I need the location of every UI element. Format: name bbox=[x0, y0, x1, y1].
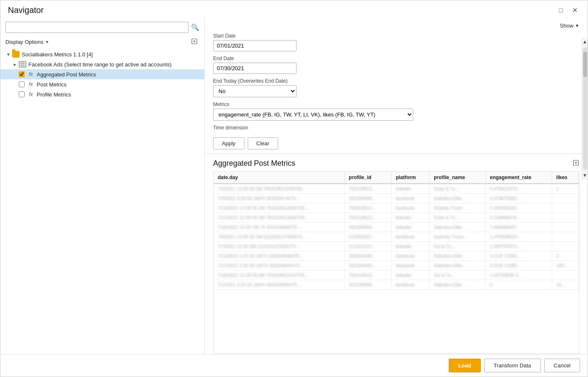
table-row: 7/25/2021 13:00 1M 74 302334046479...302… bbox=[214, 223, 579, 232]
col-header-profile-name: profile_name bbox=[430, 172, 485, 184]
fx-icon-profile: fx bbox=[27, 91, 35, 98]
show-label: Show bbox=[560, 23, 574, 29]
expand-icon-facebook-ads: ► bbox=[12, 61, 18, 67]
table-cell: 0 bbox=[485, 280, 552, 290]
table-cell: 7/5/2021 13:05 00 2M 513310137025676... bbox=[214, 232, 344, 242]
right-panel: Show ▼ Start Date End Date End Today (Ov… bbox=[205, 18, 588, 354]
expand-icon-socialbakers: ▼ bbox=[5, 51, 11, 57]
scroll-down-button[interactable]: ▼ bbox=[582, 171, 588, 180]
table-cell: 513310137... bbox=[344, 232, 392, 242]
tree-item-socialbakers[interactable]: ▼ Socialbakers Metrics 1.1.0 [4] bbox=[0, 49, 204, 59]
table-row: 7/13/2021 12:00 00 2M 781519513240706...… bbox=[214, 213, 579, 223]
search-bar: 🔍 bbox=[0, 18, 204, 35]
table-cell: 7/5/2021 12:00 00 2M 781519513240706... bbox=[214, 184, 344, 194]
table-cell bbox=[552, 271, 578, 280]
window-controls: □ ✕ bbox=[556, 5, 580, 15]
table-cell: 513310137... bbox=[344, 242, 392, 251]
table-cell: linkedin bbox=[392, 184, 430, 194]
data-table: date.day profile_id platform profile_nam… bbox=[214, 172, 579, 290]
table-cell: 7/21/2021 3:20 56 1M74 302334046479... bbox=[214, 251, 344, 261]
tree-label-facebook-ads: Facebook Ads (Select time range to get a… bbox=[28, 61, 171, 68]
display-options-label: Display Options bbox=[5, 39, 43, 45]
display-options-arrow-icon: ▼ bbox=[45, 40, 49, 44]
data-table-wrapper[interactable]: date.day profile_id platform profile_nam… bbox=[213, 171, 579, 354]
table-cell: 0.470611479... bbox=[485, 184, 552, 194]
table-cell: 7/2/2021 3:20 56 1M74 302334046479... bbox=[214, 280, 344, 290]
show-button[interactable]: Show ▼ bbox=[560, 23, 579, 29]
table-row: 7/9/2021 3:20 56 1M74 3023340 4679...302… bbox=[214, 194, 579, 203]
right-top-bar: Show ▼ bbox=[205, 18, 588, 29]
fx-icon-aggregated: fx bbox=[27, 71, 35, 78]
form-area: Start Date End Date End Today (Overwrite… bbox=[205, 29, 588, 154]
end-today-label: End Today (Overwrites End Date) bbox=[213, 78, 579, 84]
table-cell: 781519513... bbox=[344, 213, 392, 223]
start-date-input[interactable] bbox=[213, 40, 297, 51]
search-icon[interactable]: 🔍 bbox=[191, 23, 199, 31]
table-row: 7/7/2021 12:00 2M 513310137025079...5133… bbox=[214, 242, 579, 251]
left-panel: 🔍 Display Options ▼ ▼ bbox=[0, 18, 205, 354]
tree-label-aggregated: Aggregated Post Metrics bbox=[37, 71, 96, 78]
close-button[interactable]: ✕ bbox=[570, 5, 580, 15]
tree-item-aggregated[interactable]: fx Aggregated Post Metrics bbox=[0, 69, 204, 79]
table-cell: 16... bbox=[552, 280, 578, 290]
tree-item-profile-metrics[interactable]: fx Profile Metrics bbox=[0, 89, 204, 99]
col-header-profile-id: profile_id bbox=[344, 172, 392, 184]
table-export-button[interactable] bbox=[573, 159, 579, 168]
table-cell: 5.139498476... bbox=[485, 213, 552, 223]
right-scrollbar: ▲ ▼ bbox=[582, 38, 588, 180]
table-cell bbox=[552, 203, 578, 213]
checkbox-aggregated[interactable] bbox=[19, 71, 25, 77]
metrics-row: Metrics engagement_rate (FB, IG, TW, YT,… bbox=[213, 101, 579, 121]
clear-button[interactable]: Clear bbox=[248, 137, 278, 149]
table-grid-icon bbox=[20, 62, 25, 67]
show-arrow-icon: ▼ bbox=[575, 23, 579, 28]
table-cell bbox=[552, 213, 578, 223]
scrollbar-thumb bbox=[583, 52, 587, 77]
table-cell: 302334046... bbox=[344, 194, 392, 203]
checkbox-post-metrics[interactable] bbox=[19, 81, 25, 87]
checkbox-profile-metrics[interactable] bbox=[19, 91, 25, 97]
end-date-row: End Date bbox=[213, 56, 579, 74]
apply-button[interactable]: Apply bbox=[213, 137, 244, 149]
tree-container[interactable]: ▼ Socialbakers Metrics 1.1.0 [4] ► bbox=[0, 49, 204, 354]
start-date-row: Start Date bbox=[213, 33, 579, 51]
table-cell: 180... bbox=[552, 261, 578, 271]
table-cell: facebook bbox=[392, 232, 430, 242]
table-cell: 5.478679360... bbox=[485, 194, 552, 203]
cancel-button[interactable]: Cancel bbox=[544, 359, 580, 372]
table-cell: Salimbra Ellie... bbox=[430, 194, 485, 203]
table-cell: facebook bbox=[392, 203, 430, 213]
table-cell: 1.856680047... bbox=[485, 223, 552, 232]
export-icon bbox=[191, 38, 198, 45]
table-cell: 1.470508023... bbox=[485, 232, 552, 242]
table-cell: linkedin bbox=[392, 271, 430, 280]
table-cell bbox=[552, 223, 578, 232]
minimize-button[interactable]: □ bbox=[556, 6, 565, 15]
table-row: 7/21/2021 3:20 56 1M74 302334046479...30… bbox=[214, 261, 579, 271]
col-header-engagement-rate: engagement_rate bbox=[485, 172, 552, 184]
load-button[interactable]: Load bbox=[449, 359, 481, 372]
transform-data-button[interactable]: Transform Data bbox=[484, 359, 541, 372]
tree-item-post-metrics[interactable]: fx Post Metrics bbox=[0, 79, 204, 89]
table-row: 7/28/2021 12:00 00 2M 781519513240706...… bbox=[214, 271, 579, 280]
table-cell: Salimbra Ellie... bbox=[430, 280, 485, 290]
table-cell: facebook bbox=[392, 194, 430, 203]
table-cell: Solardry Trave... bbox=[430, 232, 485, 242]
table-row: 7/13/2021 12:00 00 2M 781519513240706...… bbox=[214, 203, 579, 213]
table-cell: 302334046... bbox=[344, 251, 392, 261]
table-cell: Salimbra Ellie... bbox=[430, 251, 485, 261]
metrics-select[interactable]: engagement_rate (FB, IG, TW, YT, LI, VK)… bbox=[213, 109, 413, 121]
table-cell: Salimbra Ellie... bbox=[430, 261, 485, 271]
search-input[interactable] bbox=[5, 22, 188, 33]
tree-label-post-metrics: Post Metrics bbox=[37, 81, 67, 88]
tree-item-facebook-ads[interactable]: ► Facebook Ads (Select time range to get… bbox=[0, 59, 204, 69]
export-icon-button[interactable] bbox=[189, 37, 199, 47]
end-date-input[interactable] bbox=[213, 63, 297, 74]
end-today-select[interactable]: No Yes bbox=[213, 85, 297, 97]
scroll-up-button[interactable]: ▲ bbox=[582, 38, 588, 46]
table-icon bbox=[19, 61, 26, 68]
table-header-row: date.day profile_id platform profile_nam… bbox=[214, 172, 579, 184]
table-row: 7/21/2021 3:20 56 1M74 302334046479...30… bbox=[214, 251, 579, 261]
display-options-button[interactable]: Display Options ▼ bbox=[5, 39, 49, 45]
navigator-window: Navigator □ ✕ 🔍 Display Options ▼ bbox=[0, 0, 588, 377]
